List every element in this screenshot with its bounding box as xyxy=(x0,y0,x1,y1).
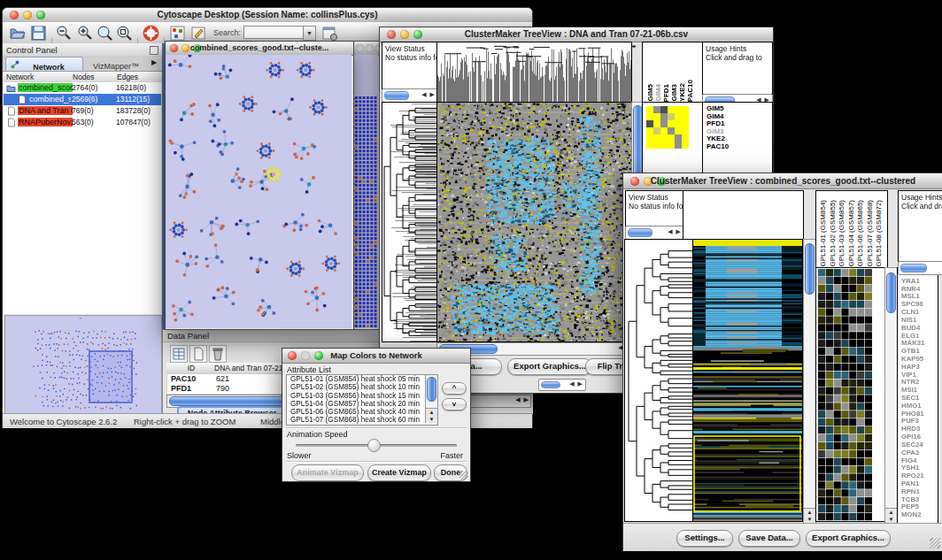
matrix-cell[interactable] xyxy=(675,142,682,149)
grid-window-titlebar[interactable] xyxy=(353,42,380,56)
new-attribute-button[interactable] xyxy=(189,345,207,363)
tab-overflow-arrow[interactable]: ▶ xyxy=(151,58,157,66)
tv1-row-dendrogram[interactable] xyxy=(382,102,437,342)
matrix-cell[interactable] xyxy=(682,113,689,120)
attribute-list-item[interactable]: GPL51-01 (GSM854) heat shock 05 min xyxy=(289,375,437,383)
attribute-list-item[interactable]: GPL51-06 (GSM865) heat shock 40 min xyxy=(289,408,437,416)
tv2-row-dendrogram[interactable] xyxy=(624,239,693,522)
open-file-icon[interactable] xyxy=(9,25,26,42)
tv1-column-dendrogram[interactable] xyxy=(436,42,632,103)
move-up-button[interactable]: ^ xyxy=(442,382,467,395)
matrix-cell[interactable] xyxy=(668,134,675,142)
matrix-cell[interactable] xyxy=(682,120,689,127)
tv1-correlation-matrix[interactable] xyxy=(646,106,689,149)
matrix-cell[interactable] xyxy=(653,120,660,127)
attribute-list-item[interactable]: GPL51-02 (GSM855) heat shock 10 min xyxy=(289,383,437,391)
matrix-cell[interactable] xyxy=(675,134,682,142)
matrix-cell[interactable] xyxy=(660,106,668,113)
tab-network[interactable]: Network xyxy=(5,57,83,71)
matrix-cell[interactable] xyxy=(646,142,653,149)
matrix-cell[interactable] xyxy=(653,127,660,134)
close-button[interactable] xyxy=(356,44,364,52)
data-row-id[interactable]: PAC10 xyxy=(171,374,196,383)
matrix-cell[interactable] xyxy=(668,106,675,113)
matrix-cell[interactable] xyxy=(675,113,682,120)
float-panel-icon[interactable] xyxy=(150,46,158,55)
matrix-cell[interactable] xyxy=(675,127,682,134)
create-vizmap-button[interactable]: Create Vizmap xyxy=(367,464,431,481)
matrix-cell[interactable] xyxy=(668,142,675,149)
attribute-list-item[interactable]: GPL51-07 (GSM868) heat shock 60 min xyxy=(289,416,437,424)
tv2-status-zoom-slider[interactable]: ◀ ▶ xyxy=(625,226,684,240)
matrix-cell[interactable] xyxy=(682,142,689,149)
matrix-cell[interactable] xyxy=(682,134,689,142)
matrix-cell[interactable] xyxy=(660,113,668,120)
treeview2-titlebar[interactable]: ClusterMaker TreeView : combined_scores_… xyxy=(623,173,942,189)
overview-drag-handle-icon[interactable]: ⌃ xyxy=(78,317,83,324)
network-row-combined-scores[interactable]: combined_scores 2764(0) 16218(0) xyxy=(4,82,161,94)
tv2-global-vscrollbar[interactable]: ▲▼ xyxy=(803,239,816,524)
dialog-titlebar[interactable]: Map Colors to Network xyxy=(282,349,470,364)
tv2-save-data-button[interactable]: Save Data... xyxy=(738,530,800,547)
matrix-cell[interactable] xyxy=(660,142,668,149)
tv1-scroll-arrows-icon[interactable]: ◂▸ xyxy=(631,42,637,49)
attribute-list-scrollbar[interactable]: ▲▼ xyxy=(425,375,438,423)
matrix-cell[interactable] xyxy=(668,127,675,134)
matrix-cell[interactable] xyxy=(646,134,653,142)
treeview1-titlebar[interactable]: ClusterMaker TreeView : DNA and Tran 07-… xyxy=(380,27,773,42)
zoom-out-icon[interactable] xyxy=(56,25,73,42)
tv1-global-heatmap[interactable] xyxy=(436,102,632,342)
network-view-canvas[interactable] xyxy=(166,55,351,328)
tab-vizmapper[interactable]: VizMapper™ xyxy=(84,57,148,70)
delete-attribute-button[interactable] xyxy=(209,345,227,363)
matrix-cell[interactable] xyxy=(653,134,660,142)
network-overview-panel[interactable]: ⌃ xyxy=(4,315,162,414)
matrix-cell[interactable] xyxy=(682,106,689,113)
network-overview-canvas[interactable] xyxy=(5,326,159,411)
resize-grip[interactable] xyxy=(459,471,468,479)
col-header-nodes[interactable]: Nodes xyxy=(70,72,117,82)
col-header-edges[interactable]: Edges xyxy=(114,72,164,82)
attribute-browser-icon[interactable] xyxy=(321,25,338,42)
matrix-cell[interactable] xyxy=(660,134,668,142)
attribute-list-item[interactable]: GPL51-03 (GSM856) heat shock 15 min xyxy=(289,392,437,400)
matrix-cell[interactable] xyxy=(653,113,660,120)
zoom-fit-icon[interactable] xyxy=(116,25,133,42)
matrix-cell[interactable] xyxy=(668,113,675,120)
tv2-hints-zoom-slider[interactable] xyxy=(898,261,942,275)
grid-network-canvas[interactable] xyxy=(353,55,378,328)
network-row-dna-tran[interactable]: DNA and Tran 07 769(0) 183728(0) xyxy=(4,105,161,117)
animation-speed-slider-thumb[interactable] xyxy=(367,439,381,452)
tv2-global-heatmap[interactable] xyxy=(692,239,803,522)
help-lifering-icon[interactable] xyxy=(143,25,159,42)
tv2-zoom-heatmap[interactable] xyxy=(815,267,885,522)
col-header-network[interactable]: Network xyxy=(4,72,73,82)
matrix-cell[interactable] xyxy=(660,120,668,127)
minimize-button[interactable] xyxy=(366,44,374,52)
search-dropdown-arrow-icon[interactable]: ▼ xyxy=(303,26,316,41)
attribute-list[interactable]: GPL51-01 (GSM854) heat shock 05 minGPL51… xyxy=(286,374,438,426)
tv2-column-dendrogram-panel[interactable] xyxy=(683,190,804,241)
network-row-combined-sco-selected[interactable]: combined_sco 2569(6) 13112(15) xyxy=(4,94,161,105)
tv2-export-graphics-button[interactable]: Export Graphics... xyxy=(806,530,891,547)
save-icon[interactable] xyxy=(30,25,47,42)
tv1-status-zoom-slider[interactable]: ◀ ▶ xyxy=(382,88,438,103)
matrix-cell[interactable] xyxy=(653,142,660,149)
resize-grip[interactable] xyxy=(930,538,940,548)
tv1-export-graphics-button[interactable]: Export Graphics... xyxy=(507,358,592,375)
zoom-in-icon[interactable] xyxy=(77,25,94,42)
data-row-id[interactable]: PFD1 xyxy=(171,384,191,393)
tv1-global-zoom-slider[interactable]: ◀ ▶ xyxy=(538,379,586,391)
matrix-cell[interactable] xyxy=(682,127,689,134)
matrix-cell[interactable] xyxy=(660,127,668,134)
matrix-cell[interactable] xyxy=(675,106,682,113)
network-row-rnapuber[interactable]: RNAPuberNov2+ 563(0) 107847(0) xyxy=(4,117,161,128)
search-input[interactable] xyxy=(243,26,304,39)
matrix-cell[interactable] xyxy=(646,106,653,113)
move-down-button[interactable]: v xyxy=(442,398,467,410)
matrix-cell[interactable] xyxy=(646,127,653,134)
tv2-zoom-vscrollbar[interactable]: ▲▼ xyxy=(884,267,898,524)
matrix-cell[interactable] xyxy=(646,120,653,127)
data-col-id[interactable]: ID xyxy=(166,363,214,373)
animate-vizmap-button[interactable]: Animate Vizmap xyxy=(291,464,364,481)
